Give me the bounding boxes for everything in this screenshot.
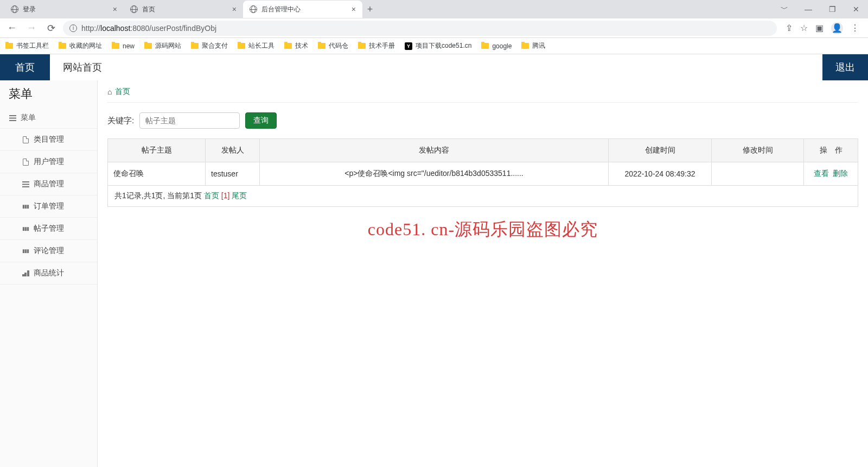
breadcrumb-home-link[interactable]: 首页 bbox=[115, 87, 130, 97]
watermark-text: code51. cn-源码乐园盗图必究 bbox=[107, 218, 858, 242]
table-header-row: 帖子主题 发帖人 发帖内容 创建时间 修改时间 操 作 bbox=[108, 139, 858, 162]
list-icon bbox=[9, 114, 16, 122]
bookmark-item[interactable]: Y项目下载code51.cn bbox=[405, 41, 471, 51]
books-icon bbox=[22, 203, 29, 210]
bookmark-item[interactable]: new bbox=[112, 42, 135, 50]
th-modified: 修改时间 bbox=[712, 139, 804, 162]
tab-strip: 登录 × 首页 × 后台管理中心 × + ﹀ — ❐ ✕ bbox=[0, 0, 868, 18]
forward-icon[interactable]: → bbox=[24, 21, 39, 36]
profile-icon[interactable]: 👤 bbox=[831, 22, 843, 34]
close-window-icon[interactable]: ✕ bbox=[844, 1, 868, 18]
browser-tab[interactable]: 首页 × bbox=[124, 1, 243, 18]
pager-first[interactable]: 首页 bbox=[204, 191, 219, 200]
bookmark-item[interactable]: 代码仓 bbox=[318, 41, 348, 51]
sidebar: 菜单 菜单 类目管理 用户管理 商品管理 订单管理 帖子管理 评论管理 商品统计 bbox=[0, 80, 98, 467]
pager-summary: 共1记录,共1页, 当前第1页 bbox=[114, 191, 204, 200]
bookmark-item[interactable]: 源码网站 bbox=[144, 41, 181, 51]
sidebar-item-label: 类目管理 bbox=[34, 135, 64, 144]
minimize-icon[interactable]: — bbox=[796, 1, 820, 18]
tab-title: 登录 bbox=[23, 5, 108, 14]
sidebar-item-stats[interactable]: 商品统计 bbox=[0, 262, 97, 285]
toolbar-right: ⇪ ☆ ▣ 👤 ⋮ bbox=[781, 22, 864, 34]
close-icon[interactable]: × bbox=[113, 5, 117, 14]
bookmark-item[interactable]: 站长工具 bbox=[238, 41, 275, 51]
logout-button[interactable]: 退出 bbox=[822, 54, 868, 80]
sidebar-item-user[interactable]: 用户管理 bbox=[0, 151, 97, 173]
maximize-icon[interactable]: ❐ bbox=[820, 1, 844, 18]
sidepanel-icon[interactable]: ▣ bbox=[815, 23, 824, 33]
cell-poster: testuser bbox=[206, 162, 260, 186]
sidebar-item-category[interactable]: 类目管理 bbox=[0, 129, 97, 151]
cell-content: <p>使命召唤<img src="/ueditor/b814b3d0533511… bbox=[260, 162, 609, 186]
sidebar-item-label: 评论管理 bbox=[34, 246, 64, 256]
th-topic: 帖子主题 bbox=[108, 139, 206, 162]
folder-icon bbox=[238, 43, 245, 49]
sidebar-item-order[interactable]: 订单管理 bbox=[0, 195, 97, 218]
browser-tab[interactable]: 登录 × bbox=[4, 1, 124, 18]
folder-icon bbox=[112, 43, 119, 49]
folder-icon bbox=[191, 43, 199, 49]
table-row: 使命召唤 testuser <p>使命召唤<img src="/ueditor/… bbox=[108, 162, 858, 186]
folder-icon bbox=[358, 43, 366, 49]
star-icon[interactable]: ☆ bbox=[800, 23, 808, 33]
nav-home-button[interactable]: 首页 bbox=[0, 54, 50, 80]
home-icon: ⌂ bbox=[107, 87, 112, 96]
app-nav: 首页 网站首页 退出 bbox=[0, 54, 868, 80]
cell-modified bbox=[712, 162, 804, 186]
pager-current: [1] bbox=[221, 191, 230, 200]
folder-icon bbox=[59, 43, 66, 49]
bookmark-item[interactable]: 收藏的网址 bbox=[59, 41, 102, 51]
search-row: 关键字: 查询 bbox=[107, 112, 858, 129]
folder-icon bbox=[5, 43, 13, 49]
menu-root-label: 菜单 bbox=[21, 113, 36, 123]
keyword-input[interactable] bbox=[139, 112, 240, 129]
site-icon: Y bbox=[405, 42, 412, 50]
bookmark-item[interactable]: 书签工具栏 bbox=[5, 41, 49, 51]
chevron-down-icon[interactable]: ﹀ bbox=[773, 1, 796, 18]
globe-icon bbox=[11, 5, 18, 13]
sidebar-item-label: 帖子管理 bbox=[34, 224, 64, 234]
sidebar-item-post[interactable]: 帖子管理 bbox=[0, 218, 97, 240]
query-button[interactable]: 查询 bbox=[245, 112, 277, 129]
site-info-icon[interactable]: i bbox=[69, 24, 77, 32]
books-icon bbox=[22, 225, 29, 232]
pager-row: 共1记录,共1页, 当前第1页 首页 [1] 尾页 bbox=[108, 186, 858, 207]
bookmark-item[interactable]: 聚合支付 bbox=[191, 41, 228, 51]
browser-chrome: 登录 × 首页 × 后台管理中心 × + ﹀ — ❐ ✕ ← → ⟳ i htt… bbox=[0, 0, 868, 54]
sidebar-item-label: 用户管理 bbox=[34, 157, 64, 167]
list-icon bbox=[22, 180, 29, 188]
main-content: ⌂ 首页 关键字: 查询 帖子主题 发帖人 发帖内容 创建时间 修改时间 操 作 bbox=[98, 80, 868, 467]
bookmark-item[interactable]: 技术手册 bbox=[358, 41, 395, 51]
sidebar-item-product[interactable]: 商品管理 bbox=[0, 173, 97, 195]
posts-table: 帖子主题 发帖人 发帖内容 创建时间 修改时间 操 作 使命召唤 testuse… bbox=[107, 138, 858, 207]
close-icon[interactable]: × bbox=[232, 5, 237, 14]
reload-icon[interactable]: ⟳ bbox=[43, 21, 59, 36]
menu-icon[interactable]: ⋮ bbox=[851, 23, 859, 33]
bookmark-item[interactable]: 腾讯 bbox=[521, 41, 545, 51]
url-input[interactable]: i http://localhost:8080/userPost/findByO… bbox=[63, 21, 777, 36]
back-icon[interactable]: ← bbox=[4, 21, 20, 36]
th-poster: 发帖人 bbox=[206, 139, 260, 162]
cell-created: 2022-10-24 08:49:32 bbox=[609, 162, 712, 186]
browser-tab-active[interactable]: 后台管理中心 × bbox=[243, 1, 362, 18]
folder-icon bbox=[284, 43, 292, 49]
th-created: 创建时间 bbox=[609, 139, 712, 162]
sidebar-item-comment[interactable]: 评论管理 bbox=[0, 240, 97, 262]
cell-ops: 查看 删除 bbox=[804, 162, 858, 186]
menu-root[interactable]: 菜单 bbox=[0, 108, 97, 129]
sidebar-title: 菜单 bbox=[0, 80, 97, 108]
search-label: 关键字: bbox=[107, 116, 134, 126]
delete-link[interactable]: 删除 bbox=[833, 169, 848, 178]
view-link[interactable]: 查看 bbox=[814, 169, 829, 178]
close-icon[interactable]: × bbox=[352, 5, 356, 14]
pager-last[interactable]: 尾页 bbox=[232, 191, 247, 200]
sidebar-item-label: 商品管理 bbox=[34, 179, 64, 189]
bookmark-item[interactable]: google bbox=[481, 42, 512, 50]
nav-site-link[interactable]: 网站首页 bbox=[50, 54, 115, 80]
tab-title: 首页 bbox=[142, 5, 228, 14]
th-content: 发帖内容 bbox=[260, 139, 609, 162]
new-tab-button[interactable]: + bbox=[362, 2, 378, 17]
breadcrumb: ⌂ 首页 bbox=[107, 87, 858, 103]
bookmark-item[interactable]: 技术 bbox=[284, 41, 308, 51]
share-icon[interactable]: ⇪ bbox=[786, 23, 793, 33]
